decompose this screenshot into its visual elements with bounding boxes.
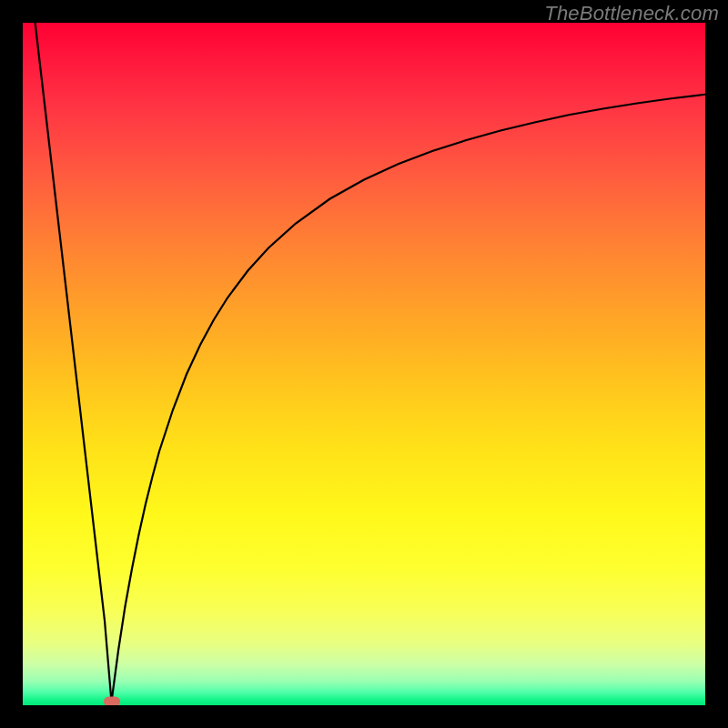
- plot-area: [23, 23, 705, 705]
- optimal-marker: [104, 697, 120, 705]
- bottleneck-curve: [23, 23, 705, 705]
- chart-frame: TheBottleneck.com: [0, 0, 728, 728]
- watermark-label: TheBottleneck.com: [544, 2, 719, 25]
